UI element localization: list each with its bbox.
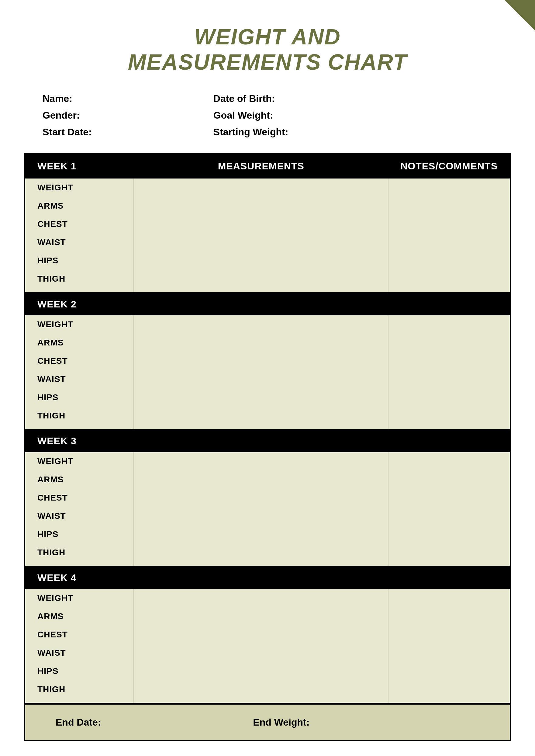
title-line2: MEASUREMENTS CHART	[24, 49, 511, 75]
info-dob-label: Date of Birth:	[213, 93, 289, 104]
week3-weight-measurement	[134, 452, 388, 471]
week2-arms-label: ARMS	[25, 334, 134, 352]
week2-weight-measurement	[134, 315, 388, 334]
week4-weight-notes	[388, 589, 510, 703]
footer-section: End Date: End Weight:	[25, 704, 510, 740]
title-line1: WEIGHT AND	[24, 24, 511, 49]
week3-chest-measurement	[134, 489, 388, 507]
header-measurements: MEASUREMENTS	[134, 153, 388, 179]
week3-chest-label: CHEST	[25, 489, 134, 507]
week2-thigh-label: THIGH	[25, 407, 134, 430]
page: WEIGHT AND MEASUREMENTS CHART Name: Gend…	[0, 0, 535, 756]
week2-header-row: WEEK 2	[25, 293, 510, 315]
week4-chest-measurement	[134, 625, 388, 644]
table-header-row: WEEK 1 MEASUREMENTS NOTES/COMMENTS	[25, 153, 510, 179]
week1-arms-measurement	[134, 197, 388, 215]
week2-hips-label: HIPS	[25, 388, 134, 407]
week1-waist-measurement	[134, 233, 388, 251]
week3-weight-label: WEIGHT	[25, 452, 134, 471]
table-row: WEIGHT	[25, 452, 510, 471]
footer-row: End Date: End Weight:	[25, 703, 510, 741]
info-section: Name: Gender: Start Date: Date of Birth:…	[24, 93, 511, 138]
info-startdate-label: Start Date:	[42, 127, 92, 138]
week1-hips-label: HIPS	[25, 251, 134, 270]
week4-waist-measurement	[134, 644, 388, 662]
table-row: WEIGHT	[25, 315, 510, 334]
week1-chest-measurement	[134, 215, 388, 233]
week4-arms-measurement	[134, 607, 388, 625]
week3-thigh-measurement	[134, 543, 388, 567]
week2-weight-notes	[388, 315, 510, 430]
week1-thigh-label: THIGH	[25, 270, 134, 293]
info-goalweight-label: Goal Weight:	[213, 110, 289, 121]
week4-arms-label: ARMS	[25, 607, 134, 625]
week2-header: WEEK 2	[25, 293, 510, 315]
week2-chest-label: CHEST	[25, 352, 134, 370]
week4-chest-label: CHEST	[25, 625, 134, 644]
week2-waist-label: WAIST	[25, 370, 134, 388]
info-left-column: Name: Gender: Start Date:	[42, 93, 92, 138]
week3-header-row: WEEK 3	[25, 429, 510, 452]
week3-hips-measurement	[134, 525, 388, 543]
week2-chest-measurement	[134, 352, 388, 370]
week3-arms-measurement	[134, 471, 388, 489]
week1-weight-label: WEIGHT	[25, 179, 134, 197]
week2-weight-label: WEIGHT	[25, 315, 134, 334]
week1-waist-label: WAIST	[25, 233, 134, 251]
table-row: WEIGHT	[25, 179, 510, 197]
week1-weight-measurement	[134, 179, 388, 197]
table-row: WEIGHT	[25, 589, 510, 607]
week3-thigh-label: THIGH	[25, 543, 134, 567]
chart-table: WEEK 1 MEASUREMENTS NOTES/COMMENTS WEIGH…	[24, 153, 511, 741]
week2-thigh-measurement	[134, 407, 388, 430]
header-notes: NOTES/COMMENTS	[388, 153, 510, 179]
end-weight-label: End Weight:	[253, 717, 309, 728]
info-startingweight-label: Starting Weight:	[213, 127, 289, 138]
week4-hips-label: HIPS	[25, 662, 134, 680]
week1-thigh-measurement	[134, 270, 388, 293]
header-week: WEEK 1	[25, 153, 134, 179]
title-section: WEIGHT AND MEASUREMENTS CHART	[24, 18, 511, 75]
corner-decoration	[505, 0, 535, 30]
week4-hips-measurement	[134, 662, 388, 680]
week3-arms-label: ARMS	[25, 471, 134, 489]
info-name-label: Name:	[42, 93, 92, 104]
week1-weight-notes	[388, 179, 510, 293]
week1-arms-label: ARMS	[25, 197, 134, 215]
main-title: WEIGHT AND MEASUREMENTS CHART	[24, 24, 511, 75]
week4-weight-label: WEIGHT	[25, 589, 134, 607]
week3-hips-label: HIPS	[25, 525, 134, 543]
week4-thigh-measurement	[134, 680, 388, 703]
week1-chest-label: CHEST	[25, 215, 134, 233]
week4-header: WEEK 4	[25, 566, 510, 589]
week3-header: WEEK 3	[25, 429, 510, 452]
info-gender-label: Gender:	[42, 110, 92, 121]
week3-weight-notes	[388, 452, 510, 567]
week4-weight-measurement	[134, 589, 388, 607]
week2-waist-measurement	[134, 370, 388, 388]
info-right-column: Date of Birth: Goal Weight: Starting Wei…	[213, 93, 289, 138]
week4-waist-label: WAIST	[25, 644, 134, 662]
week4-header-row: WEEK 4	[25, 566, 510, 589]
week1-hips-measurement	[134, 251, 388, 270]
week2-hips-measurement	[134, 388, 388, 407]
week3-waist-measurement	[134, 507, 388, 525]
week4-thigh-label: THIGH	[25, 680, 134, 703]
week2-arms-measurement	[134, 334, 388, 352]
end-date-label: End Date:	[56, 717, 101, 728]
week3-waist-label: WAIST	[25, 507, 134, 525]
